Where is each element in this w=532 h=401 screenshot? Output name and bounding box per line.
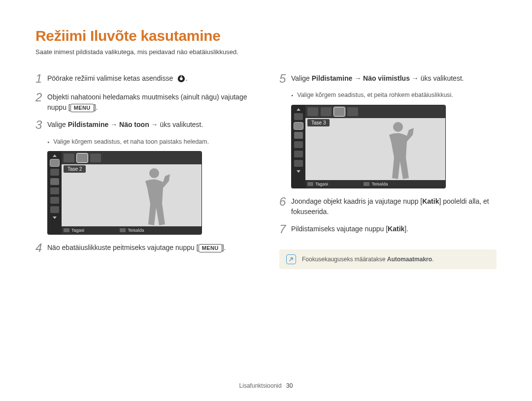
step-number: 3 [35,119,47,131]
step-bold: Katik [388,225,404,233]
side-icon [294,151,303,157]
step-text: ]. [222,244,226,251]
step-text: → [108,121,119,128]
person-silhouette [374,120,419,182]
mode-dial-icon [177,74,186,83]
lcd: Tase 2 Tagasi [47,151,202,235]
arrow-up-icon [297,108,300,111]
step-bold: Katik [422,197,439,205]
nav-small-icon [364,182,369,186]
step-text: Pildistamiseks vajutage nuppu [ [291,225,388,233]
step-number: 2 [35,91,47,104]
toolbar-icon [307,107,318,116]
lcd-sidebar [48,152,62,234]
step-text: → [352,74,363,82]
arrow-down-icon [53,216,57,219]
note-part: . [432,256,433,263]
bullet-step5: Valige kõrgem seadistus, et peita rohkem… [291,91,497,100]
two-column-layout: 1 Pöörake režiimi valimise ketas asendis… [35,72,497,269]
level-label: Tase 3 [307,119,330,126]
footer-section: Lisafunktsioonid [239,382,282,389]
step-text: ]. [94,103,98,111]
step-bold: Pildistamine [312,74,352,82]
bullet-text: Valige kõrgem seadistus, et naha toon pa… [53,138,209,147]
bullet-text: Valige kõrgem seadistus, et peita rohkem… [297,91,453,100]
note-box: Fookusekauguseks määratakse Automaatmakr… [279,249,497,269]
lcd-move-label: Teisalda [128,228,144,233]
side-icon [294,160,303,167]
step-body: Pöörake režiimi valimise ketas asendisse… [47,72,253,84]
step-text: Pöörake režiimi valimise ketas asendisse [47,74,173,82]
toolbar-icon-selected [334,107,345,116]
side-icon [50,169,59,176]
menu-small-icon [64,228,69,232]
svg-point-4 [393,122,403,132]
menu-small-icon [307,182,313,186]
note-part: Fookusekauguseks määratakse [302,256,387,263]
svg-point-1 [180,77,183,80]
step-number: 5 [279,72,291,85]
person-silhouette [131,166,175,228]
side-icon [50,178,59,185]
step-number: 7 [279,223,291,236]
step-body: Näo ebatäiuslikkuste peitmiseks vajutage… [47,242,253,253]
step-number: 6 [279,195,291,208]
toolbar-icon [321,107,332,116]
step-body: Objekti nahatooni heledamaks muutmiseks … [47,91,253,113]
page-footer: Lisafunktsioonid 30 [0,382,532,389]
step-text: → üks valikutest. [410,74,464,82]
lcd-back-label: Tagasi [71,228,84,233]
lcd-move-label: Teisalda [371,182,388,186]
step-text: ]. [404,225,408,233]
step-2: 2 Objekti nahatooni heledamaks muutmisek… [35,91,253,113]
lcd-main: Tase 3 Tagasi [305,105,445,188]
column-right: 5 Valige Pildistamine → Näo viimistlus →… [279,72,497,269]
side-icon [294,123,303,129]
side-icon [294,113,303,120]
menu-button-label: MENU [199,244,222,252]
lcd-back-label: Tagasi [315,182,328,186]
bullet-step3: Valige kõrgem seadistus, et naha toon pa… [47,138,253,147]
step-7: 7 Pildistamiseks vajutage nuppu [Katik]. [279,223,497,236]
step-body: Pildistamiseks vajutage nuppu [Katik]. [291,223,497,234]
arrow-up-icon [53,154,57,157]
lcd: Tase 3 Tagasi [291,105,446,188]
svg-point-2 [181,76,182,77]
manual-page: Režiimi Iluvõte kasutamine Saate inimest… [0,0,532,269]
camera-lcd-mock-1: Tase 2 Tagasi [47,151,253,235]
level-label: Tase 2 [64,165,86,173]
side-icon [294,132,303,139]
step-text: Näo ebatäiuslikkuste peitmiseks vajutage… [47,244,199,251]
side-icon [50,206,59,213]
note-info-icon [286,254,296,264]
footer-page-number: 30 [286,382,293,389]
toolbar-icon [64,154,74,162]
page-subtitle: Saate inimest pildistada valikutega, mis… [35,48,497,56]
step-body: Valige Pildistamine → Näo viimistlus → ü… [291,72,497,84]
note-bold: Automaatmakro [387,256,432,263]
lcd-bottom-bar: Tagasi Teisalda [62,226,201,234]
camera-lcd-mock-2: Tase 3 Tagasi [291,105,497,188]
side-icon [294,141,303,148]
step-1: 1 Pöörake režiimi valimise ketas asendis… [35,72,253,85]
step-4: 4 Näo ebatäiuslikkuste peitmiseks vajuta… [35,242,253,254]
side-icon [50,159,59,166]
step-bold: Pildistamine [68,121,108,128]
step-body: Valige Pildistamine → Näo toon → üks val… [47,119,253,130]
step-3: 3 Valige Pildistamine → Näo toon → üks v… [35,119,253,131]
step-text: → üks valikutest. [149,121,203,128]
lcd-toolbar [62,152,201,164]
menu-button-label: MENU [70,104,94,112]
step-6: 6 Joondage objekt kaadris ja vajutage nu… [279,195,497,217]
nav-small-icon [120,228,126,232]
toolbar-icon [90,154,101,162]
lcd-sidebar [292,105,305,188]
note-text: Fookusekauguseks määratakse Automaatmakr… [302,256,433,263]
step-5: 5 Valige Pildistamine → Näo viimistlus →… [279,72,497,85]
step-bold: Näo viimistlus [363,74,410,82]
side-icon [50,187,59,194]
lcd-toolbar [305,105,445,118]
arrow-down-icon [297,170,300,173]
step-text: Joondage objekt kaadris ja vajutage nupp… [291,197,422,205]
side-icon [50,197,59,204]
